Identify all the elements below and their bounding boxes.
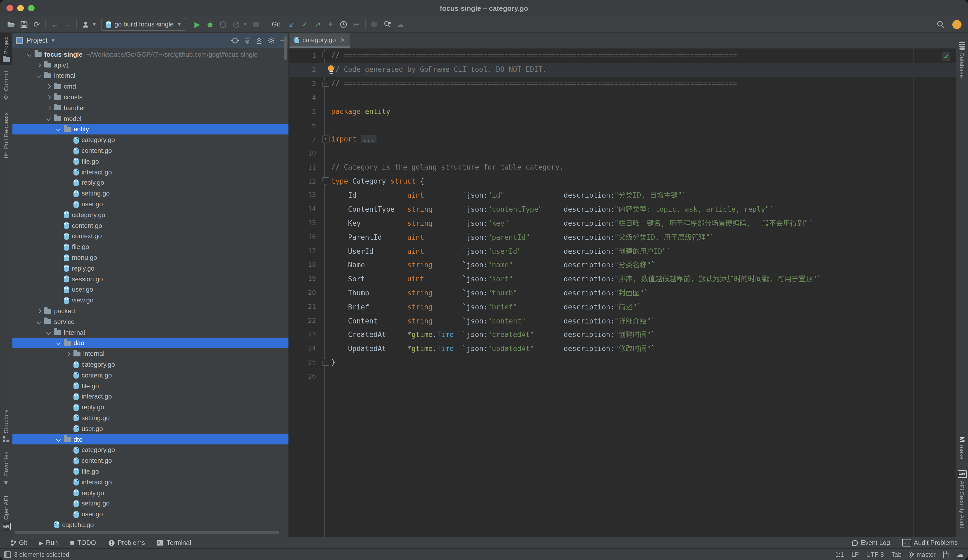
chevron-right-icon[interactable] [45,93,52,101]
tree-row-content.go[interactable]: content.go [12,145,288,156]
tree-row-user.go[interactable]: user.go [12,509,288,520]
code-line-18[interactable]: 18 Name string `json:"name" description:… [289,258,956,272]
run-configuration-select[interactable]: go build focus-single ▼ [101,18,187,31]
toolwindow-audit-problems[interactable]: /API Audit Problems [897,539,963,547]
code-line-16[interactable]: 16 ParentId uint `json:"parentId" descri… [289,230,956,244]
tree-row-reply.go[interactable]: reply.go [12,263,288,274]
status-encoding[interactable]: UTF-8 [866,551,884,558]
git-push-icon[interactable]: ↗ [311,18,324,31]
tree-row-content.go[interactable]: content.go [12,370,288,381]
tree-row-category.go[interactable]: category.go [12,445,288,456]
code-line-7[interactable]: 7+import ... [289,132,956,146]
tree-row-consts[interactable]: consts [12,92,288,103]
unlock-icon[interactable] [943,553,949,558]
tool-window-switcher-icon[interactable] [4,551,11,558]
tree-row-user.go[interactable]: user.go [12,423,288,434]
search-everywhere-icon[interactable] [934,18,947,31]
chevron-right-icon[interactable] [45,104,52,112]
open-folder-icon[interactable] [4,18,17,31]
tree-row-model[interactable]: model [12,113,288,124]
sidebar-item-favorites[interactable]: Favorites ★ [0,448,12,490]
tree-row-entity[interactable]: entity [12,124,288,135]
code-line-6[interactable]: 6 [289,118,956,132]
chevron-down-icon[interactable] [55,126,62,133]
status-git-branch[interactable]: master [909,551,936,558]
toolwindow-git[interactable]: Git [5,537,32,548]
status-caret-position[interactable]: 1:1 [835,551,844,558]
code-line-12[interactable]: 12−type Category struct { [289,174,956,188]
chevron-down-icon[interactable] [55,340,62,347]
sidebar-item-pull-requests[interactable]: Pull Requests [0,109,12,161]
tree-row-file.go[interactable]: file.go [12,156,288,167]
code-line-4[interactable]: 4 [289,91,956,104]
git-update-icon[interactable]: ↙ [285,18,298,31]
update-available-icon[interactable]: ↑ [952,20,961,29]
chevron-down-icon[interactable] [55,436,62,443]
tree-row-file.go[interactable]: file.go [12,466,288,477]
chevron-right-icon[interactable] [35,307,43,315]
tree-row-captcha.go[interactable]: captcha.go [12,520,288,530]
tree-row-internal[interactable]: internal [12,70,288,81]
tree-row-dto[interactable]: dto [12,434,288,445]
tree-row-service[interactable]: service [12,316,288,327]
tree-row-reply.go[interactable]: reply.go [12,487,288,498]
toolwindow-run[interactable]: ▶ Run [34,537,63,548]
tree-row-file.go[interactable]: file.go [12,381,288,391]
chevron-down-icon[interactable]: ▼ [92,22,97,27]
code-line-15[interactable]: 15 Key string `json:"key" description:"栏… [289,216,956,230]
tree-row-interact.go[interactable]: interact.go [12,167,288,178]
git-history-icon[interactable] [337,18,350,31]
status-line-ending[interactable]: LF [852,551,859,558]
search-history-icon[interactable] [381,18,394,31]
sidebar-item-openapi[interactable]: OpenAPI /API [0,493,12,533]
fold-marker-icon[interactable]: + [320,135,331,143]
tree-row-interact.go[interactable]: interact.go [12,391,288,402]
code-line-14[interactable]: 14 ContentType string `json:"contentType… [289,202,956,216]
tree-row-cmd[interactable]: cmd [12,81,288,92]
close-icon[interactable]: ✕ [340,36,345,43]
sidebar-item-make[interactable]: M make [956,433,968,463]
inspections-ok-icon[interactable]: ✓✓ [942,52,950,61]
code-line-1[interactable]: 1−// ===================================… [289,49,956,63]
debug-button[interactable] [204,18,217,31]
tree-row-dao[interactable]: dao [12,338,288,349]
tree-row-handler[interactable]: handler [12,103,288,113]
sidebar-item-database[interactable]: Database [956,38,968,81]
code-editor[interactable]: 1−// ===================================… [289,49,956,537]
tree-row-menu.go[interactable]: menu.go [12,252,288,263]
code-line-10[interactable]: 10 [289,146,956,160]
code-line-2[interactable]: 2// Code generated by GoFrame CLI tool. … [289,63,956,77]
tree-row-interact.go[interactable]: interact.go [12,477,288,488]
sidebar-item-structure[interactable]: Structure [0,406,12,445]
tree-row-category.go[interactable]: category.go [12,359,288,370]
back-icon[interactable]: ← [48,18,61,31]
toolwindow-todo[interactable]: ≣ TODO [65,537,101,548]
tree-vertical-scrollbar[interactable] [284,36,287,60]
chevron-right-icon[interactable] [64,350,72,358]
tree-row-user.go[interactable]: user.go [12,199,288,210]
status-indent[interactable]: Tab [892,551,902,558]
fold-marker-icon[interactable]: − [320,80,331,87]
git-commit-icon[interactable]: ✓ [298,18,311,31]
code-line-24[interactable]: 24 UpdatedAt *gtime.Time `json:"updatedA… [289,341,956,355]
toolwindow-terminal[interactable]: Terminal [152,537,196,548]
run-button[interactable]: ▶ [191,18,204,31]
tree-row-user.go[interactable]: user.go [12,284,288,295]
code-line-22[interactable]: 22 Content string `json:"content" descri… [289,313,956,327]
sync-icon[interactable]: ⟳ [30,18,43,31]
tree-row-content.go[interactable]: content.go [12,456,288,466]
tree-row-internal[interactable]: internal [12,349,288,360]
code-line-19[interactable]: 19 Sort uint `json:"sort" description:"排… [289,272,956,286]
tree-row-content.go[interactable]: content.go [12,220,288,231]
gear-icon[interactable] [267,37,275,44]
toolwindow-event-log[interactable]: Event Log [846,539,895,547]
cloud-settings-icon[interactable]: ☁ [956,550,964,558]
chevron-right-icon[interactable] [45,83,52,91]
sidebar-item-commit[interactable]: Commit [0,68,12,104]
intention-bulb-icon[interactable] [328,65,334,71]
tree-row-setting.go[interactable]: setting.go [12,413,288,423]
toolwindow-problems[interactable]: Problems [103,537,150,548]
locate-file-icon[interactable] [231,37,239,44]
save-all-icon[interactable] [17,18,30,31]
chevron-down-icon[interactable]: ▼ [51,38,56,43]
